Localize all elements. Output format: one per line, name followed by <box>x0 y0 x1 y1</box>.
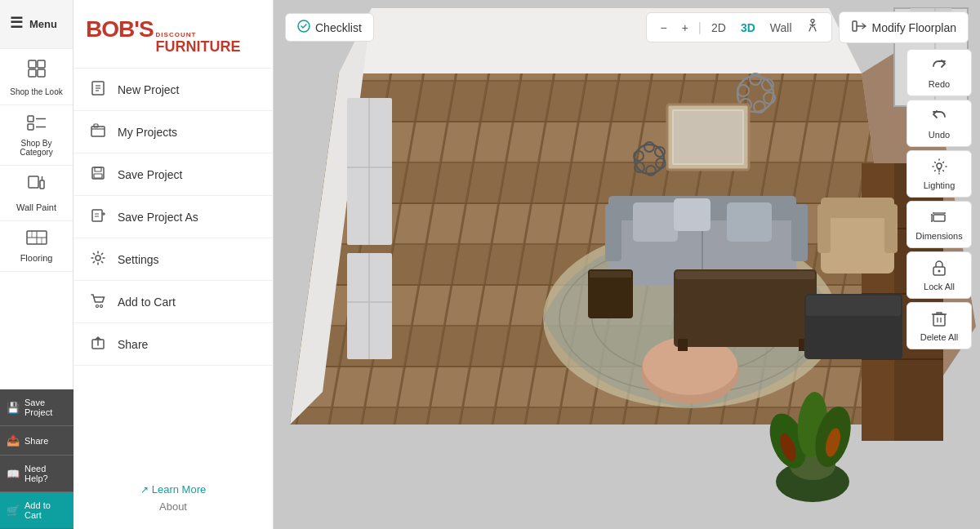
divider-1: | <box>698 20 702 35</box>
dropdown-add-to-cart[interactable]: Add to Cart <box>74 281 273 323</box>
sidebar-flooring-label: Flooring <box>20 253 53 263</box>
svg-rect-93 <box>884 204 898 253</box>
lock-all-label: Lock All <box>924 282 955 291</box>
logo-bobs: BOB'S <box>86 16 154 42</box>
svg-rect-6 <box>28 124 33 130</box>
cart-icon: 🛒 <box>7 505 20 517</box>
dropdown-new-project[interactable]: New Project <box>74 69 273 111</box>
wall-paint-icon <box>26 174 47 199</box>
sidebar-item-flooring[interactable]: Flooring <box>0 221 73 272</box>
svg-rect-103 <box>590 271 631 278</box>
svg-rect-0 <box>29 60 36 68</box>
svg-rect-96 <box>674 269 817 347</box>
dropdown-my-projects[interactable]: My Projects <box>74 111 273 153</box>
external-link-icon: ↗ <box>140 484 149 496</box>
settings-icon <box>90 250 106 269</box>
zoom-out-button[interactable]: − <box>655 20 671 36</box>
share-menu-icon <box>90 335 106 353</box>
svg-rect-8 <box>29 176 38 188</box>
dropdown-settings[interactable]: Settings <box>74 238 273 281</box>
save-icon: 💾 <box>7 402 20 414</box>
left-sidebar: ☰ Menu Shop the Look Shop By Category <box>0 0 74 529</box>
modify-icon <box>851 18 867 37</box>
svg-rect-28 <box>92 210 102 221</box>
svg-rect-113 <box>853 21 857 31</box>
bottom-share[interactable]: 📤 Share <box>0 426 74 456</box>
sidebar-item-shop-category[interactable]: Shop By Category <box>0 105 73 166</box>
view-wall-button[interactable]: Wall <box>765 20 797 36</box>
dropdown-footer: ↗ Learn More About <box>74 467 273 529</box>
shop-look-icon <box>25 57 48 84</box>
add-to-cart-label: Add to Cart <box>118 296 176 309</box>
my-projects-icon <box>90 122 106 141</box>
dropdown-save-project[interactable]: Save Project <box>74 153 273 196</box>
view-controls-group: − + | 2D 3D Wall <box>646 11 969 43</box>
sidebar-item-menu[interactable]: ☰ Menu <box>0 0 73 49</box>
svg-rect-89 <box>674 198 710 231</box>
room-view <box>274 0 980 529</box>
help-icon: 📖 <box>7 468 20 480</box>
sidebar-bottom: 💾 Save Project 📤 Share 📖 Need Help? 🛒 Ad… <box>0 389 74 529</box>
share-menu-label: Share <box>118 338 148 351</box>
view-controls: − + | 2D 3D Wall <box>646 12 831 42</box>
svg-rect-99 <box>675 271 815 279</box>
redo-button[interactable]: Redo <box>906 49 972 96</box>
svg-point-35 <box>100 305 103 308</box>
lighting-button[interactable]: Lighting <box>906 150 972 198</box>
svg-point-34 <box>96 305 99 308</box>
view-2d-button[interactable]: 2D <box>706 20 731 36</box>
settings-label: Settings <box>118 253 159 266</box>
view-3d-button[interactable]: 3D <box>736 20 760 36</box>
bottom-save-project[interactable]: 💾 Save Project <box>0 389 74 426</box>
dropdown-save-project-as[interactable]: Save Project As <box>74 196 273 238</box>
delete-all-button[interactable]: Delete All <box>906 302 972 349</box>
lighting-icon <box>930 158 948 177</box>
view-walk-button[interactable] <box>802 17 823 38</box>
dropdown-share[interactable]: Share <box>74 323 273 366</box>
checklist-button[interactable]: Checklist <box>285 13 374 42</box>
delete-all-label: Delete All <box>920 332 958 342</box>
svg-rect-27 <box>94 174 102 178</box>
lighting-label: Lighting <box>924 180 956 190</box>
delete-icon <box>931 309 947 329</box>
undo-label: Undo <box>929 130 950 140</box>
undo-button[interactable]: Undo <box>906 100 972 147</box>
add-to-cart-icon <box>90 292 106 311</box>
checklist-icon <box>297 20 310 35</box>
share-icon: 📤 <box>7 434 20 447</box>
sidebar-menu-label: Menu <box>29 18 57 30</box>
share-label: Share <box>24 436 48 446</box>
sidebar-item-wall-paint[interactable]: Wall Paint <box>0 166 73 221</box>
help-label: Need Help? <box>24 464 67 483</box>
redo-icon <box>930 56 948 76</box>
checklist-label: Checklist <box>315 21 362 34</box>
dimensions-button[interactable]: Dimensions <box>906 201 972 248</box>
logo-area: BOB'S DISCOUNT FURNITURE <box>74 0 273 69</box>
svg-rect-23 <box>91 127 105 136</box>
svg-rect-2 <box>29 69 36 77</box>
bottom-add-to-cart[interactable]: 🛒 Add to Cart <box>0 492 74 529</box>
svg-rect-88 <box>727 202 772 242</box>
svg-point-112 <box>811 20 814 23</box>
top-toolbar: Checklist − + | 2D 3D Wall <box>285 11 969 43</box>
svg-rect-116 <box>933 215 945 221</box>
lock-all-button[interactable]: Lock All <box>906 251 972 299</box>
modify-floorplan-button[interactable]: Modify Floorplan <box>839 11 969 43</box>
svg-rect-1 <box>38 60 45 68</box>
svg-point-33 <box>96 256 100 260</box>
svg-rect-4 <box>28 116 33 122</box>
svg-rect-92 <box>817 204 831 253</box>
save-project-label: Save Project <box>118 168 182 181</box>
undo-icon <box>930 107 948 127</box>
logo-discount: DISCOUNT <box>156 31 241 38</box>
svg-rect-3 <box>38 69 45 77</box>
save-project-icon <box>90 165 106 184</box>
svg-rect-85 <box>791 204 808 261</box>
sidebar-item-shop-look[interactable]: Shop the Look <box>0 49 73 105</box>
zoom-in-button[interactable]: + <box>677 20 693 36</box>
bottom-need-help[interactable]: 📖 Need Help? <box>0 456 74 492</box>
shop-category-icon <box>25 113 48 136</box>
sidebar-shop-look-label: Shop the Look <box>10 87 63 96</box>
right-action-panel: Redo Undo Lighting <box>906 49 972 349</box>
learn-more-link[interactable]: ↗ Learn More <box>90 483 256 496</box>
